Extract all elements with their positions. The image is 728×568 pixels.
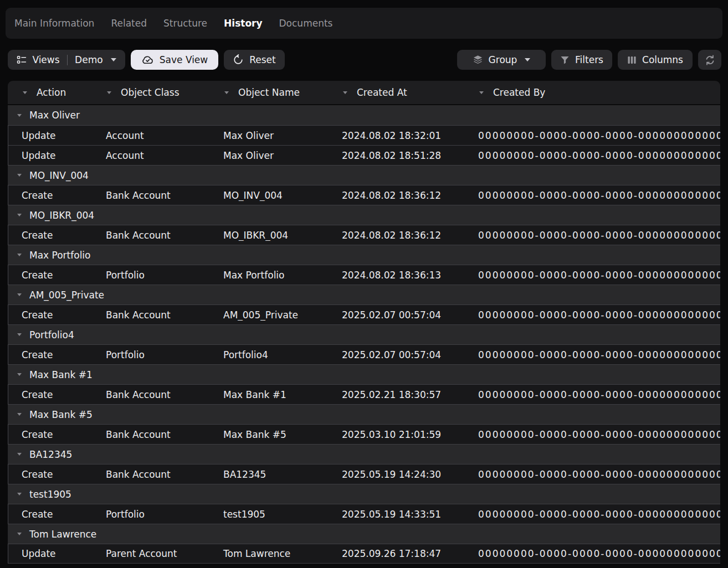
cell-created-by: 00000000-0000-0000-0000-000000000000 <box>465 548 720 559</box>
tab-main-information[interactable]: Main Information <box>14 18 94 29</box>
column-label: Object Class <box>121 87 180 98</box>
group-row[interactable]: Portfolio4 <box>8 324 720 344</box>
column-label: Object Name <box>238 87 300 98</box>
tab-history[interactable]: History <box>224 18 262 29</box>
tab-related[interactable]: Related <box>111 18 147 29</box>
table-header: Action Object Class Object Name Created … <box>8 81 720 104</box>
cell-created-by: 00000000-0000-0000-0000-000000000000 <box>465 230 720 241</box>
chevron-down-icon[interactable] <box>17 114 22 117</box>
sync-icon <box>704 54 716 66</box>
group-name: AM_005_Private <box>29 290 104 301</box>
chevron-down-icon[interactable] <box>17 533 22 535</box>
rotate-ccw-icon <box>233 54 244 65</box>
chevron-down-icon[interactable] <box>17 453 22 456</box>
column-menu-icon[interactable] <box>107 91 111 94</box>
group-button[interactable]: Group <box>457 50 546 70</box>
cell-created-at: 2025.09.26 17:18:47 <box>329 548 465 559</box>
table-row[interactable]: Create Bank Account Max Bank #5 2025.03.… <box>8 424 720 444</box>
chevron-down-icon[interactable] <box>17 293 22 296</box>
group-row[interactable]: Max Bank #5 <box>8 404 720 424</box>
group-row[interactable]: Tom Lawrence <box>8 524 720 544</box>
chevron-down-icon[interactable] <box>17 493 22 495</box>
cell-created-by: 00000000-0000-0000-0000-000000000000 <box>465 130 720 141</box>
columns-button[interactable]: Columns <box>618 50 693 70</box>
table-row[interactable]: Create Bank Account BA12345 2025.05.19 1… <box>8 464 720 484</box>
chevron-down-icon[interactable] <box>17 333 22 336</box>
history-table: Action Object Class Object Name Created … <box>8 81 720 564</box>
cell-object-class: Portfolio <box>93 509 210 520</box>
cell-created-by: 00000000-0000-0000-0000-000000000000 <box>465 389 720 400</box>
group-row[interactable]: AM_005_Private <box>8 285 720 304</box>
chevron-down-icon[interactable] <box>17 254 22 256</box>
cell-object-name: Portfolio4 <box>210 349 329 360</box>
cell-object-name: AM_005_Private <box>210 309 329 321</box>
reset-button[interactable]: Reset <box>224 50 285 70</box>
column-label: Action <box>37 87 66 98</box>
cell-object-name: MO_IBKR_004 <box>210 230 329 241</box>
column-menu-icon[interactable] <box>23 91 27 94</box>
cell-action: Update <box>8 130 93 141</box>
tab-documents[interactable]: Documents <box>279 18 333 29</box>
cell-action: Create <box>8 429 93 440</box>
group-row[interactable]: MO_IBKR_004 <box>8 205 720 225</box>
group-name: Max Bank #1 <box>29 369 93 380</box>
table-row[interactable]: Update Account Max Oliver 2024.08.02 18:… <box>8 125 720 145</box>
table-row[interactable]: Create Portfolio test1905 2025.05.19 14:… <box>8 504 720 524</box>
cell-object-name: Max Oliver <box>210 150 329 161</box>
cell-created-at: 2025.05.19 14:24:30 <box>329 469 465 480</box>
group-name: BA12345 <box>29 449 72 460</box>
table-row[interactable]: Create Portfolio Portfolio4 2025.02.07 0… <box>8 344 720 364</box>
table-row[interactable]: Create Bank Account MO_IBKR_004 2024.08.… <box>8 225 720 245</box>
column-header-object-name[interactable]: Object Name <box>209 87 328 98</box>
column-header-created-by[interactable]: Created By <box>464 87 720 98</box>
chevron-down-icon[interactable] <box>17 413 22 416</box>
group-row[interactable]: Max Oliver <box>8 105 720 125</box>
table-row[interactable]: Create Portfolio Max Portfolio 2024.08.0… <box>8 265 720 285</box>
cell-action: Create <box>8 270 93 281</box>
cell-action: Create <box>8 509 93 520</box>
group-row[interactable]: BA12345 <box>8 444 720 464</box>
cell-action: Create <box>8 349 93 360</box>
cell-object-class: Bank Account <box>93 469 210 480</box>
cell-object-class: Bank Account <box>93 190 210 201</box>
column-header-created-at[interactable]: Created At <box>328 87 464 98</box>
list-icon <box>17 55 27 65</box>
cell-created-by: 00000000-0000-0000-0000-000000000000 <box>465 469 720 480</box>
column-menu-icon[interactable] <box>343 91 347 94</box>
column-header-object-class[interactable]: Object Class <box>92 87 209 98</box>
cell-object-name: Max Oliver <box>210 130 329 141</box>
table-row[interactable]: Create Bank Account MO_INV_004 2024.08.0… <box>8 185 720 205</box>
cell-created-at: 2024.08.02 18:32:01 <box>329 130 465 141</box>
group-row[interactable]: MO_INV_004 <box>8 165 720 185</box>
group-name: Max Bank #5 <box>29 409 93 420</box>
table-row[interactable]: Create Bank Account Max Bank #1 2025.02.… <box>8 384 720 404</box>
views-current-value: Demo <box>75 54 103 65</box>
column-menu-icon[interactable] <box>224 91 229 94</box>
chevron-down-icon[interactable] <box>17 174 22 177</box>
refresh-button[interactable] <box>698 50 721 70</box>
cell-created-at: 2024.08.02 18:36:12 <box>329 230 465 241</box>
cell-created-at: 2025.02.07 00:57:04 <box>329 349 465 360</box>
toolbar-right-group: Group Filters Columns <box>457 50 721 70</box>
group-row[interactable]: test1905 <box>8 484 720 504</box>
chevron-down-icon[interactable] <box>17 214 22 216</box>
cloud-check-icon <box>141 54 154 66</box>
cell-created-by: 00000000-0000-0000-0000-000000000000 <box>465 270 720 281</box>
table-row[interactable]: Update Parent Account Tom Lawrence 2025.… <box>8 544 720 564</box>
group-name: MO_IBKR_004 <box>29 210 94 221</box>
layers-icon <box>473 55 483 65</box>
column-header-action[interactable]: Action <box>8 87 92 98</box>
filters-button[interactable]: Filters <box>551 50 612 70</box>
views-button[interactable]: Views Demo <box>8 50 125 70</box>
table-row[interactable]: Update Account Max Oliver 2024.08.02 18:… <box>8 145 720 165</box>
cell-created-at: 2025.02.21 18:30:57 <box>329 389 465 400</box>
group-row[interactable]: Max Portfolio <box>8 245 720 265</box>
tab-structure[interactable]: Structure <box>163 18 207 29</box>
table-row[interactable]: Create Bank Account AM_005_Private 2025.… <box>8 304 720 324</box>
column-menu-icon[interactable] <box>479 91 484 94</box>
cell-object-name: Max Bank #1 <box>210 389 329 400</box>
column-label: Created By <box>493 87 545 98</box>
group-row[interactable]: Max Bank #1 <box>8 364 720 384</box>
chevron-down-icon[interactable] <box>17 373 22 376</box>
save-view-button[interactable]: Save View <box>131 50 218 70</box>
